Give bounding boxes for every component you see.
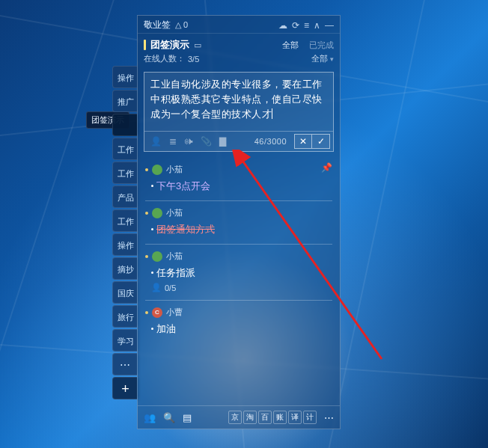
side-tab[interactable]: 操作 bbox=[112, 233, 138, 256]
shortcut-button[interactable]: 计 bbox=[303, 411, 317, 424]
side-tab-add[interactable]: + bbox=[112, 377, 138, 399]
text-caret bbox=[272, 108, 272, 119]
status-dot bbox=[145, 212, 148, 215]
refresh-icon[interactable]: ⟳ bbox=[292, 20, 299, 31]
item-text: 下午3点开会 bbox=[156, 180, 210, 191]
side-tab-more[interactable]: ⋯ bbox=[112, 353, 138, 375]
item-text: 任务指派 bbox=[156, 267, 195, 278]
filter-dropdown[interactable]: 全部 ▾ bbox=[311, 53, 334, 64]
shortcut-button[interactable]: 淘 bbox=[243, 411, 257, 424]
cancel-button[interactable]: ✕ bbox=[294, 134, 312, 149]
accent-bar bbox=[144, 40, 146, 50]
list-icon[interactable]: ≣ bbox=[169, 136, 177, 147]
minimize-icon[interactable]: — bbox=[325, 20, 334, 31]
tab-done[interactable]: 已完成 bbox=[309, 40, 334, 51]
author-name: 小茄 bbox=[166, 164, 183, 175]
list-item[interactable]: 小茄 任务指派 👤0/5 bbox=[145, 245, 332, 301]
app-name: 敬业签 bbox=[144, 19, 171, 31]
attach-icon[interactable]: 📎 bbox=[201, 136, 212, 147]
compose-toolbar: 👤 ≣ 🕪 📎 ▇ 46/3000 ✕ ✓ bbox=[144, 131, 333, 151]
collapse-icon[interactable]: ∧ bbox=[314, 20, 320, 31]
avatar: C bbox=[152, 307, 162, 318]
author-name: 小曹 bbox=[166, 307, 183, 318]
search-icon[interactable]: 🔍 bbox=[163, 412, 175, 423]
avatar bbox=[152, 165, 162, 175]
side-tab[interactable]: 国庆 bbox=[112, 281, 138, 304]
tab-all[interactable]: 全部 bbox=[282, 40, 299, 51]
meta-icon: 👤 bbox=[151, 283, 162, 292]
more-icon[interactable]: ⋯ bbox=[324, 412, 334, 423]
side-tab[interactable]: 操作 bbox=[112, 66, 138, 88]
shortcut-row: 京 淘 百 账 译 计 bbox=[228, 411, 317, 424]
menu-icon[interactable]: ≡ bbox=[304, 20, 309, 31]
people-icon[interactable]: 👥 bbox=[144, 412, 156, 423]
voice-icon[interactable]: 🕪 bbox=[184, 136, 193, 147]
pin-icon[interactable]: 📌 bbox=[321, 162, 332, 173]
tag-icon[interactable]: ▇ bbox=[219, 136, 226, 147]
side-tab[interactable]: 工作 bbox=[112, 209, 138, 232]
status-dot bbox=[145, 311, 148, 314]
avatar bbox=[152, 208, 162, 218]
shortcut-button[interactable]: 账 bbox=[273, 411, 287, 424]
feed-list: 小茄 下午3点开会 📌 小茄 团签通知方式 小茄 任务指派 👤0/5 C小曹 加… bbox=[138, 156, 340, 405]
shortcut-button[interactable]: 百 bbox=[258, 411, 272, 424]
side-tab[interactable]: 推广 bbox=[112, 90, 138, 112]
assign-icon[interactable]: 👤 bbox=[150, 136, 162, 147]
list-item[interactable]: 小茄 下午3点开会 📌 bbox=[145, 158, 332, 201]
panel-title: 团签演示 bbox=[150, 38, 189, 52]
side-tab[interactable]: 工作 bbox=[112, 138, 138, 160]
panel-header: 团签演示 ▭ 全部 已完成 bbox=[138, 33, 340, 53]
side-tab[interactable]: 旅行 bbox=[112, 305, 138, 328]
side-tab[interactable]: 工作 bbox=[112, 162, 138, 184]
side-tab-list: 操作 推广 工作 工作 产品 工作 操作 摘抄 国庆 旅行 学习 ⋯ + bbox=[112, 66, 138, 399]
side-tab[interactable]: 学习 bbox=[112, 329, 138, 352]
status-dot bbox=[145, 168, 148, 171]
side-tab[interactable]: 摘抄 bbox=[112, 257, 138, 280]
item-text: 加油 bbox=[156, 323, 176, 334]
list-item[interactable]: C小曹 加油 bbox=[145, 301, 332, 343]
compose-box: 工业自动化涉及的专业很多，要在工作中积极熟悉其它专业特点，使自己尽快成为一个复合… bbox=[144, 72, 334, 152]
status-dot bbox=[145, 255, 148, 258]
cloud-icon[interactable]: ☁ bbox=[278, 20, 287, 31]
shortcut-button[interactable]: 译 bbox=[288, 411, 302, 424]
list-item[interactable]: 小茄 团签通知方式 bbox=[145, 201, 332, 245]
shortcut-button[interactable]: 京 bbox=[228, 411, 242, 424]
author-name: 小茄 bbox=[166, 251, 183, 262]
avatar bbox=[152, 251, 162, 262]
titlebar: 敬业签 △ 0 ☁ ⟳ ≡ ∧ — bbox=[138, 16, 340, 33]
meta-text: 0/5 bbox=[165, 283, 176, 292]
status-icon: ▭ bbox=[194, 40, 201, 50]
item-text: 团签通知方式 bbox=[156, 224, 215, 235]
compose-input[interactable]: 工业自动化涉及的专业很多，要在工作中积极熟悉其它专业特点，使自己尽快成为一个复合… bbox=[144, 73, 333, 131]
online-value: 3/5 bbox=[188, 55, 199, 64]
online-label: 在线人数： bbox=[144, 53, 185, 64]
char-counter: 46/3000 bbox=[254, 137, 287, 146]
side-tab-active[interactable] bbox=[112, 114, 138, 136]
app-panel: 敬业签 △ 0 ☁ ⟳ ≡ ∧ — 团签演示 ▭ 全部 已完成 在线人数： 3/… bbox=[137, 15, 341, 429]
side-tab[interactable]: 产品 bbox=[112, 185, 138, 208]
notif-icon[interactable]: △ 0 bbox=[175, 20, 188, 30]
confirm-button[interactable]: ✓ bbox=[312, 134, 330, 149]
author-name: 小茄 bbox=[166, 207, 183, 218]
subheader: 在线人数： 3/5 全部 ▾ bbox=[138, 53, 340, 69]
bottom-toolbar: 👥 🔍 ▤ 京 淘 百 账 译 计 ⋯ bbox=[138, 405, 340, 429]
calendar-icon[interactable]: ▤ bbox=[183, 412, 192, 423]
